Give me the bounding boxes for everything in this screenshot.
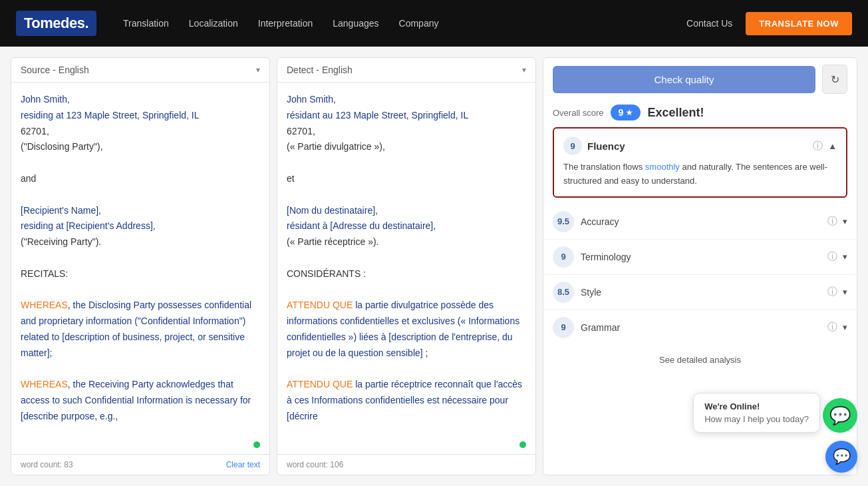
check-quality-button[interactable]: Check quality	[553, 66, 815, 93]
accuracy-expand-icon[interactable]: ▾	[843, 216, 847, 226]
detect-panel-header: Detect - English Detect - French ▾	[277, 58, 535, 83]
see-detailed-analysis-link[interactable]: See detailed analysis	[659, 355, 741, 365]
source-word-count: word count: 83	[21, 460, 73, 469]
fluency-card: 9 Fluency ⓘ ▲ The translation flows smoo…	[553, 127, 847, 198]
score-items-list: 9.5 Accuracy ⓘ ▾ 9 Terminology ⓘ ▾ 8.5 S…	[543, 204, 857, 345]
source-and: and	[21, 171, 260, 187]
source-recipient: [Recipient's Name], residing at [Recipie…	[21, 203, 260, 250]
detect-select-wrapper[interactable]: Detect - English Detect - French ▾	[287, 65, 526, 75]
source-whereas-1: WHEREAS, the Disclosing Party possesses …	[21, 298, 260, 361]
grammar-score: 9	[553, 317, 574, 338]
nav-links: Translation Localization Interpretation …	[123, 18, 686, 29]
source-panel-footer: word count: 83 Clear text	[11, 454, 269, 475]
score-item-style: 8.5 Style ⓘ ▾	[543, 275, 857, 310]
detect-chevron-icon: ▾	[522, 65, 526, 75]
style-score: 8.5	[553, 282, 574, 303]
detect-panel: Detect - English Detect - French ▾ John …	[277, 57, 536, 475]
overall-score-label: Overall score	[553, 108, 604, 118]
fluency-controls: ⓘ ▲	[813, 140, 837, 152]
detect-panel-body[interactable]: John Smith, résidant au 123 Maple Street…	[277, 83, 535, 454]
accuracy-controls: ⓘ ▾	[827, 215, 847, 228]
refresh-icon: ↻	[831, 73, 839, 86]
detect-text-line-1: John Smith, résidant au 123 Maple Street…	[287, 92, 526, 155]
source-recitals: RECITALS:	[21, 266, 260, 282]
detect-panel-footer: word count: 106	[277, 454, 535, 475]
style-expand-icon[interactable]: ▾	[843, 287, 847, 297]
score-value: 9	[619, 107, 624, 118]
quality-panel-header: Check quality ↻	[543, 58, 857, 101]
nav-item-localization[interactable]: Localization	[189, 18, 238, 29]
fluency-collapse-icon[interactable]: ▲	[828, 141, 837, 151]
chat-widget-title: We're Online!	[704, 401, 809, 411]
source-select-wrapper[interactable]: Source - English Source - French Source …	[21, 65, 260, 75]
fluency-score-circle: 9	[563, 136, 582, 155]
fluency-info-icon[interactable]: ⓘ	[813, 140, 823, 152]
detect-word-count: word count: 106	[287, 460, 343, 469]
accuracy-label: Accuracy	[581, 216, 821, 227]
detect-recipient: [Nom du destinataire], résidant à [Adres…	[287, 203, 526, 250]
detect-language-select[interactable]: Detect - English Detect - French	[287, 65, 522, 75]
grammar-expand-icon[interactable]: ▾	[843, 322, 847, 332]
logo: Tomedes.	[16, 11, 96, 36]
style-info-icon[interactable]: ⓘ	[827, 286, 837, 298]
navbar: Tomedes. Translation Localization Interp…	[0, 0, 868, 47]
nav-item-translation[interactable]: Translation	[123, 18, 169, 29]
fluency-description: The translation flows smoothly and natur…	[563, 160, 837, 188]
translate-now-button[interactable]: TRANSLATE NOW	[746, 12, 852, 35]
star-icon: ★	[626, 109, 633, 117]
fluency-label: Fluency	[587, 140, 625, 152]
terminology-score: 9	[553, 246, 574, 268]
source-language-select[interactable]: Source - English Source - French Source …	[21, 65, 256, 75]
terminology-label: Terminology	[581, 252, 821, 262]
grammar-info-icon[interactable]: ⓘ	[827, 321, 837, 334]
score-item-terminology: 9 Terminology ⓘ ▾	[543, 240, 857, 275]
accuracy-score: 9.5	[553, 211, 574, 232]
nav-item-interpretation[interactable]: Interpretation	[258, 18, 313, 29]
chat-widget-subtitle: How may I help you today?	[704, 414, 809, 424]
source-panel-body[interactable]: John Smith, residing at 123 Maple Street…	[11, 83, 269, 454]
terminology-info-icon[interactable]: ⓘ	[827, 250, 837, 263]
nav-item-languages[interactable]: Languages	[333, 18, 378, 29]
source-text-line: John Smith, residing at 123 Maple Street…	[21, 92, 260, 155]
grammar-label: Grammar	[581, 322, 821, 333]
whatsapp-button[interactable]: 💬	[823, 398, 857, 433]
terminology-expand-icon[interactable]: ▾	[843, 252, 847, 262]
whatsapp-icon: 💬	[829, 405, 851, 426]
refresh-button[interactable]: ↻	[822, 65, 847, 94]
overall-score-row: Overall score 9 ★ Excellent!	[543, 101, 857, 127]
nav-item-company[interactable]: Company	[399, 18, 439, 29]
chat-bubble-icon: 💬	[833, 448, 851, 465]
style-label: Style	[581, 287, 821, 298]
style-controls: ⓘ ▾	[827, 286, 847, 298]
detect-et: et	[287, 171, 526, 187]
score-excellent-label: Excellent!	[647, 106, 704, 120]
contact-us-link[interactable]: Contact Us	[686, 18, 732, 29]
see-analysis-section: See detailed analysis	[543, 345, 857, 374]
terminology-controls: ⓘ ▾	[827, 250, 847, 263]
source-active-dot	[253, 441, 260, 448]
clear-text-button[interactable]: Clear text	[226, 460, 260, 469]
source-panel: Source - English Source - French Source …	[11, 57, 270, 475]
chat-bubble-button[interactable]: 💬	[825, 441, 857, 473]
detect-considerants: CONSIDÉRANTS :	[287, 266, 526, 282]
detect-attendu-2: ATTENDU QUE la partie réceptrice reconna…	[287, 377, 526, 424]
detect-attendu-1: ATTENDU QUE la partie divulgatrice possè…	[287, 298, 526, 361]
score-item-accuracy: 9.5 Accuracy ⓘ ▾	[543, 204, 857, 240]
score-badge: 9 ★	[611, 105, 641, 121]
grammar-controls: ⓘ ▾	[827, 321, 847, 334]
score-item-grammar: 9 Grammar ⓘ ▾	[543, 310, 857, 345]
fluency-card-header: 9 Fluency ⓘ ▲	[563, 136, 837, 155]
source-whereas-2: WHEREAS, the Receiving Party acknowledge…	[21, 377, 260, 424]
detect-active-dot	[519, 441, 526, 448]
fluency-title: 9 Fluency	[563, 136, 625, 155]
source-panel-header: Source - English Source - French Source …	[11, 58, 269, 83]
accuracy-info-icon[interactable]: ⓘ	[827, 215, 837, 228]
source-chevron-icon: ▾	[256, 65, 260, 75]
chat-widget: We're Online! How may I help you today?	[693, 393, 820, 433]
